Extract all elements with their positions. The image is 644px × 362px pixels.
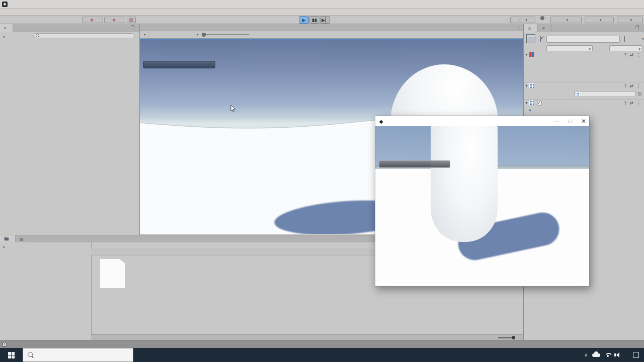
component-menu-icon[interactable]: ⋮ <box>636 101 641 106</box>
project-icon <box>5 237 9 240</box>
unity-logo-icon: ◆ <box>2 2 8 7</box>
game-tabstrip <box>140 24 523 31</box>
mesh-renderer-checkbox[interactable] <box>537 101 542 105</box>
chevron-down-icon: ▾ <box>630 18 632 22</box>
network-hud-stop-button[interactable] <box>379 160 450 168</box>
mesh-object-field[interactable] <box>574 91 635 97</box>
status-bar[interactable]: ! <box>0 340 644 348</box>
volume-icon[interactable] <box>616 352 619 357</box>
panel-menu-icon[interactable]: ⋮ <box>636 25 641 30</box>
screen: ◆ ◈ ◈ ▦ ▶ ▮▮ ▶▏ ✓ ▾ ▾ <box>0 0 644 362</box>
scale-slider[interactable] <box>204 34 249 35</box>
object-picker-icon[interactable]: ⊙ <box>637 91 641 97</box>
mesh-filter-icon <box>529 83 534 88</box>
layout-button[interactable]: ▾ <box>617 17 643 23</box>
transform-component-header[interactable]: ▼ ?⇄⋮ <box>524 51 644 58</box>
active-checkbox[interactable] <box>540 36 541 42</box>
gameobject-icon <box>526 34 535 43</box>
object-name-field[interactable] <box>546 36 620 43</box>
close-button[interactable]: ✕ <box>581 118 586 125</box>
windows-taskbar: ∧ <box>0 348 644 362</box>
action-center-icon[interactable] <box>633 352 639 358</box>
foldout-icon[interactable]: ▼ <box>524 53 529 56</box>
console-icon: ▤ <box>20 237 24 241</box>
static-checkbox[interactable] <box>624 36 625 42</box>
mesh-filter-header[interactable]: ▼ ?⇄⋮ <box>524 82 644 89</box>
display-dropdown[interactable]: ▾ <box>143 33 146 37</box>
collab-check-icon: ✓ <box>518 18 522 22</box>
onedrive-icon[interactable] <box>592 353 600 357</box>
start-button[interactable] <box>0 348 22 362</box>
main-toolbar: ◈ ◈ ▦ ▶ ▮▮ ▶▏ ✓ ▾ ▾ ▾ ▾ <box>0 15 644 24</box>
csharp-script-asset[interactable] <box>100 259 125 288</box>
maximize-button[interactable]: □ <box>569 118 572 124</box>
asset-zoom-knob[interactable] <box>512 336 515 339</box>
tab-inspector[interactable]: ◎ <box>524 24 538 32</box>
chevron-down-icon: ▾ <box>567 18 569 22</box>
taskbar-search[interactable] <box>23 348 133 362</box>
transform-icon <box>529 52 534 57</box>
project-create-button[interactable]: ▾ <box>2 243 5 250</box>
aspect-dropdown[interactable]: ▾ <box>150 33 199 37</box>
player-window-viewport[interactable] <box>375 126 589 286</box>
project-divider[interactable] <box>91 242 92 340</box>
game-player-window[interactable]: ◆ — □ ✕ <box>375 116 590 287</box>
account-button[interactable]: ▾ <box>550 17 582 23</box>
tab-console[interactable]: ▤ <box>16 235 30 242</box>
scale-slider-knob[interactable] <box>202 33 206 37</box>
menu-bar <box>0 9 644 15</box>
help-icon[interactable]: ? <box>624 83 626 88</box>
wifi-icon[interactable] <box>605 352 612 358</box>
chevron-down-icon: ▾ <box>526 18 528 22</box>
system-tray: ∧ <box>584 348 639 362</box>
tab-hierarchy[interactable]: ≡ <box>0 24 13 32</box>
search-icon <box>36 34 40 38</box>
local-icon: ◈ <box>112 18 115 22</box>
unity-logo-icon: ◆ <box>378 119 384 124</box>
static-dropdown-icon[interactable]: ▾ <box>642 37 644 41</box>
presets-icon[interactable]: ⇄ <box>629 52 633 57</box>
mouse-cursor <box>230 105 236 113</box>
panel-menu-icon[interactable]: ⋮ <box>517 25 521 30</box>
project-tree <box>0 249 91 340</box>
player-capsule <box>431 126 498 242</box>
lighting-icon: ☀ <box>542 26 545 31</box>
hierarchy-tabstrip: ≡ ⋮ <box>0 24 139 32</box>
panel-menu-icon[interactable]: ⋮ <box>132 25 136 30</box>
unity-window-titlebar: ◆ <box>0 0 644 9</box>
inspector-icon: ◎ <box>528 26 531 31</box>
tray-chevron-icon[interactable]: ∧ <box>584 352 588 357</box>
game-control-bar: ▾ ▾ <box>140 31 523 39</box>
help-icon[interactable]: ? <box>624 52 626 57</box>
collab-button[interactable]: ✓ ▾ <box>510 17 535 23</box>
pause-button[interactable]: ▮▮ <box>309 16 319 24</box>
presets-icon[interactable]: ⇄ <box>629 101 633 106</box>
foldout-icon[interactable]: ▼ <box>524 84 529 87</box>
warning-icon: ! <box>2 342 7 347</box>
mesh-icon <box>576 93 580 96</box>
snap-button[interactable]: ▦ <box>127 17 136 23</box>
pivot-button[interactable]: ◈ <box>82 17 103 23</box>
tab-lighting[interactable]: ☀ <box>538 24 552 32</box>
presets-icon[interactable]: ⇄ <box>629 83 633 88</box>
foldout-icon: ▼ <box>528 109 532 112</box>
mesh-renderer-header[interactable]: ▼ ?⇄⋮ <box>524 99 644 106</box>
step-button[interactable]: ▶▏ <box>320 16 330 24</box>
help-icon[interactable]: ? <box>624 101 626 106</box>
hierarchy-tree <box>0 38 139 235</box>
play-button[interactable]: ▶ <box>299 16 309 24</box>
network-hud-stop-button[interactable] <box>143 61 215 68</box>
search-icon <box>28 352 34 358</box>
materials-foldout[interactable]: ▼ <box>528 109 532 112</box>
layers-button[interactable]: ▾ <box>585 17 614 23</box>
foldout-icon[interactable]: ▼ <box>524 101 529 105</box>
minimize-button[interactable]: — <box>554 119 559 124</box>
component-menu-icon[interactable]: ⋮ <box>636 52 641 57</box>
tab-project[interactable] <box>0 235 16 242</box>
component-menu-icon[interactable]: ⋮ <box>636 83 641 88</box>
inspector-tabstrip: ◎ ☀ ⋮ <box>524 24 644 32</box>
local-button[interactable]: ◈ <box>104 17 125 23</box>
mesh-renderer-icon <box>529 101 534 105</box>
search-input[interactable] <box>38 352 123 358</box>
windows-logo-icon <box>8 352 15 358</box>
